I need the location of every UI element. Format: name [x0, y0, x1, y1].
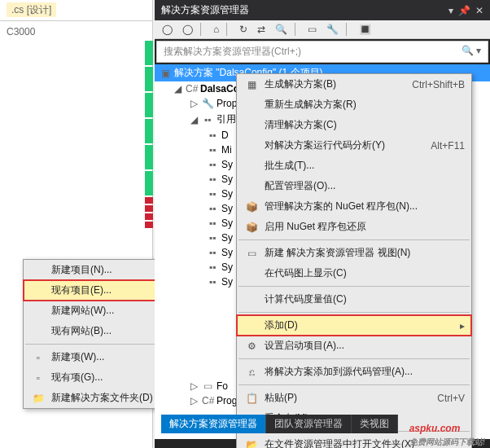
- cs-file-icon: C#: [202, 395, 213, 406]
- menu-codemap[interactable]: 在代码图上显示(C): [237, 263, 471, 283]
- pin-icon[interactable]: 📌: [458, 5, 470, 16]
- build-icon: ▦: [243, 79, 260, 90]
- menu-config-mgr[interactable]: 配置管理器(O)...: [237, 176, 471, 196]
- menu-nuget-restore[interactable]: 📦启用 NuGet 程序包还原: [237, 217, 471, 237]
- menu-rebuild[interactable]: 重新生成解决方案(R): [237, 94, 471, 115]
- fwd-icon[interactable]: ◯: [180, 24, 195, 35]
- bottom-tabs: 解决方案资源管理器 团队资源管理器 类视图: [161, 415, 398, 433]
- menu-code-metrics[interactable]: 计算代码度量值(C): [237, 289, 471, 310]
- refresh-icon[interactable]: ↻: [237, 24, 250, 35]
- tab-label: .cs [设计]: [7, 2, 56, 17]
- solution-context-menu: ▦生成解决方案(B)Ctrl+Shift+B 重新生成解决方案(R) 清理解决方…: [236, 73, 472, 448]
- props-icon[interactable]: 🔳: [357, 24, 374, 35]
- menu-new-view[interactable]: ▭新建 解决方案资源管理器 视图(N): [237, 243, 471, 263]
- exist-item-icon: ▫: [30, 372, 46, 384]
- panel-titlebar[interactable]: 解决方案资源管理器 ▾📌✕: [155, 0, 490, 20]
- search-box[interactable]: 搜索解决方案资源管理器(Ctrl+;) 🔍 ▾: [156, 41, 488, 63]
- panel-title: 解决方案资源管理器: [161, 3, 249, 17]
- scc-icon: ⎌: [243, 367, 260, 378]
- gear-icon: ⚙: [243, 340, 260, 352]
- search-icon[interactable]: 🔍: [462, 45, 474, 56]
- solution-icon: ▣: [160, 68, 171, 79]
- watermark: aspku.com 免费网站源码下载站!: [409, 415, 485, 448]
- filter-icon[interactable]: 🔍: [273, 24, 290, 35]
- menu-build[interactable]: ▦生成解决方案(B)Ctrl+Shift+B: [237, 74, 471, 94]
- form-icon: ▭: [202, 380, 213, 392]
- tab-team-explorer[interactable]: 团队资源管理器: [266, 415, 352, 433]
- tab-class-view[interactable]: 类视图: [352, 415, 398, 433]
- search-placeholder: 搜索解决方案资源管理器(Ctrl+;): [164, 45, 301, 59]
- toolbar: ◯◯ ⌂ ↻ ⇄ 🔍 ▭ 🔧 🔳: [155, 20, 490, 39]
- menu-add[interactable]: 添加(D)▸: [237, 315, 471, 336]
- new-item-icon: ▫: [30, 352, 46, 363]
- newview-icon: ▭: [243, 248, 260, 259]
- menu-clean[interactable]: 清理解决方案(C): [237, 115, 471, 135]
- paste-icon: 📋: [243, 393, 260, 404]
- menu-batch[interactable]: 批生成(T)...: [237, 156, 471, 176]
- csharp-icon: C#: [186, 83, 197, 94]
- menu-startup[interactable]: ⚙设置启动项目(A)...: [237, 336, 471, 356]
- nuget-restore-icon: 📦: [243, 222, 260, 233]
- folder-icon: 📁: [30, 393, 46, 404]
- wrench-icon[interactable]: 🔧: [324, 24, 341, 35]
- wrench-icon: 🔧: [202, 98, 213, 109]
- tab-solution-explorer[interactable]: 解决方案资源管理器: [161, 415, 266, 433]
- code-markers: [145, 41, 153, 261]
- home-icon[interactable]: ⌂: [211, 24, 221, 35]
- sync-icon[interactable]: ⇄: [255, 24, 268, 35]
- ref-icon: ▪▪: [202, 114, 213, 125]
- collapse-icon[interactable]: ▭: [305, 24, 319, 35]
- tab-bar[interactable]: .cs [设计]: [0, 0, 152, 21]
- folder-open-icon: 📂: [243, 439, 260, 449]
- dropdown-icon[interactable]: ▾: [448, 5, 453, 16]
- close-icon[interactable]: ✕: [475, 5, 483, 16]
- menu-analyze[interactable]: 对解决方案运行代码分析(Y)Alt+F11: [237, 135, 471, 156]
- left-text: C3000: [0, 23, 42, 41]
- menu-nuget[interactable]: 📦管理解决方案的 NuGet 程序包(N)...: [237, 196, 471, 217]
- back-icon[interactable]: ◯: [160, 24, 175, 35]
- nuget-icon: 📦: [243, 201, 260, 213]
- menu-paste[interactable]: 📋粘贴(P)Ctrl+V: [237, 388, 471, 408]
- menu-source-control[interactable]: ⎌将解决方案添加到源代码管理(A)...: [237, 362, 471, 382]
